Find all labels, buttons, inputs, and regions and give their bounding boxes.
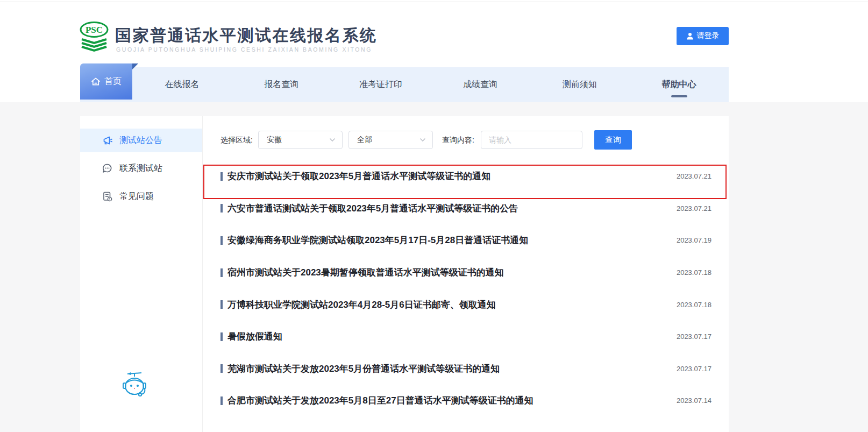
sidebar-item-2[interactable]: 联系测试站 [80, 157, 202, 180]
region-filter-label: 选择区域: [220, 131, 253, 149]
announcement-row[interactable]: 万博科技职业学院测试站2023年4月28-5月6日证书邮寄、领取通知2023.0… [203, 288, 729, 321]
page: PSC 国家普通话水平测试在线报名系统 GUOJIA PUTONGHUA SHU… [0, 0, 868, 432]
nav-item-4[interactable]: 准考证打印 [331, 67, 431, 102]
active-tab-underline [671, 95, 687, 97]
nav-item-2[interactable]: 在线报名 [132, 67, 232, 102]
category-select-value: 全部 [357, 135, 372, 145]
announcement-date: 2023.07.19 [677, 236, 712, 244]
region-select-value: 安徽 [267, 135, 282, 145]
megaphone-icon [102, 135, 113, 146]
query-filter-label: 查询内容: [442, 131, 474, 149]
nav-item-label: 测前须知 [563, 79, 597, 90]
announcement-row[interactable]: 宿州市测试站关于2023暑期暂停领取普通话水平测试等级证书的通知2023.07.… [203, 257, 729, 289]
sidebar-item-3[interactable]: 常见问题 [80, 185, 202, 208]
faq-document-icon [102, 191, 113, 202]
nav-item-label: 成绩查询 [463, 79, 497, 90]
nav-item-5[interactable]: 成绩查询 [430, 67, 530, 102]
service-robot-icon[interactable] [118, 369, 151, 402]
psc-logo-icon: PSC [79, 22, 110, 54]
site-subtitle: GUOJIA PUTONGHUA SHUIPING CESHI ZAIXIAN … [116, 46, 372, 53]
announcement-date: 2023.07.14 [677, 396, 712, 405]
region-select[interactable]: 安徽 [258, 131, 343, 149]
accent-bar [220, 268, 223, 277]
announcement-title: 安庆市测试站关于领取2023年5月普通话水平测试等级证书的通知 [227, 170, 490, 182]
announcement-row[interactable]: 六安市普通话测试站关于领取2023年5月普通话水平测试等级证书的公告2023.0… [203, 193, 729, 225]
accent-bar [220, 236, 223, 245]
sidebar-item-1[interactable]: 测试站公告 [80, 129, 202, 152]
sidebar-item-label: 常见问题 [119, 191, 154, 202]
announcement-title: 暑假放假通知 [227, 330, 282, 343]
user-icon [686, 32, 694, 40]
site-title: 国家普通话水平测试在线报名系统 [115, 25, 378, 47]
announcement-title: 六安市普通话测试站关于领取2023年5月普通话水平测试等级证书的公告 [227, 202, 518, 215]
nav-item-7[interactable]: 帮助中心 [629, 67, 729, 102]
accent-bar [220, 172, 223, 181]
svg-text:PSC: PSC [86, 25, 103, 35]
announcement-row[interactable]: 合肥市测试站关于发放2023年5月8日至27日普通话水平测试等级证书的通知202… [203, 385, 729, 417]
chevron-down-icon [419, 138, 426, 142]
main-nav: 首页在线报名报名查询准考证打印成绩查询测前须知帮助中心 [80, 67, 729, 102]
nav-item-1[interactable]: 首页 [80, 63, 132, 100]
accent-bar [220, 300, 223, 309]
announcement-date: 2023.07.18 [677, 268, 712, 277]
nav-item-3[interactable]: 报名查询 [232, 67, 331, 102]
nav-item-label: 准考证打印 [359, 79, 402, 90]
announcement-title: 合肥市测试站关于发放2023年5月8日至27日普通话水平测试等级证书的通知 [227, 394, 533, 407]
announcement-date: 2023.07.21 [677, 172, 712, 180]
chat-bubble-icon [102, 163, 113, 174]
announcement-row[interactable]: 芜湖市测试站关于发放2023年5月份普通话水平测试等级证书的通知2023.07.… [203, 353, 729, 385]
category-select[interactable]: 全部 [348, 131, 433, 149]
announcement-title: 安徽绿海商务职业学院测试站领取2023年5月17日-5月28日普通话证书通知 [227, 234, 528, 246]
announcement-row[interactable]: 暑假放假通知2023.07.17 [203, 321, 729, 353]
top-divider [0, 2, 868, 2]
announcement-list: 安庆市测试站关于领取2023年5月普通话水平测试等级证书的通知2023.07.2… [203, 160, 729, 417]
site-logo: PSC [79, 22, 110, 56]
login-button[interactable]: 请登录 [677, 27, 729, 45]
nav-item-label: 首页 [104, 76, 122, 87]
nav-item-label: 在线报名 [165, 79, 199, 90]
announcement-title: 万博科技职业学院测试站2023年4月28-5月6日证书邮寄、领取通知 [227, 299, 496, 311]
nav-item-6[interactable]: 测前须知 [530, 67, 629, 102]
announcement-title: 芜湖市测试站关于发放2023年5月份普通话水平测试等级证书的通知 [227, 363, 500, 375]
nav-item-label: 帮助中心 [662, 79, 696, 90]
accent-bar [220, 364, 223, 373]
sidebar-item-label: 测试站公告 [119, 135, 162, 146]
announcement-date: 2023.07.18 [677, 301, 712, 309]
chevron-down-icon [329, 138, 336, 142]
query-input[interactable] [481, 131, 582, 149]
login-label: 请登录 [697, 31, 720, 41]
announcement-title: 宿州市测试站关于2023暑期暂停领取普通话水平测试等级证书的通知 [227, 266, 504, 279]
accent-bar [220, 332, 223, 341]
search-button[interactable]: 查询 [594, 130, 632, 150]
home-icon [91, 77, 101, 86]
announcement-date: 2023.07.17 [677, 365, 712, 373]
announcement-row[interactable]: 安徽绿海商务职业学院测试站领取2023年5月17日-5月28日普通话证书通知20… [203, 224, 729, 257]
accent-bar [220, 204, 223, 213]
sidebar-item-label: 联系测试站 [119, 163, 162, 174]
announcement-row[interactable]: 安庆市测试站关于领取2023年5月普通话水平测试等级证书的通知2023.07.2… [203, 160, 729, 193]
announcement-date: 2023.07.17 [677, 332, 712, 341]
nav-item-label: 报名查询 [264, 79, 298, 90]
announcement-date: 2023.07.21 [677, 204, 712, 213]
accent-bar [220, 396, 223, 405]
